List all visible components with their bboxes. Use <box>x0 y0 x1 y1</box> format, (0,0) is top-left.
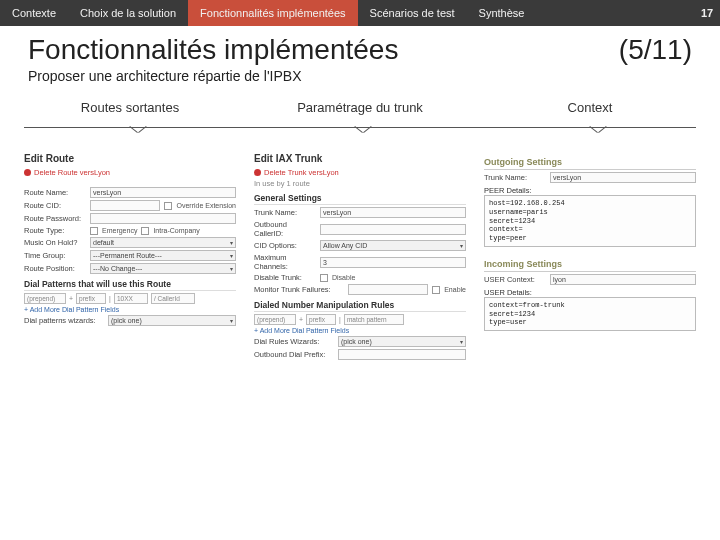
user-details-textarea[interactable]: context=from-trunk secret=1234 type=user <box>484 297 696 331</box>
delete-route-link[interactable]: Delete Route versLyon <box>24 168 236 177</box>
out-dial-prefix-label: Outbound Dial Prefix: <box>254 350 334 359</box>
context-panel: Outgoing Settings Trunk Name:versLyon PE… <box>484 153 696 331</box>
time-group-label: Time Group: <box>24 251 86 260</box>
monitor-label: Monitor Trunk Failures: <box>254 285 344 294</box>
override-label: Override Extension <box>176 202 236 209</box>
route-pw-input[interactable] <box>90 213 236 224</box>
moh-label: Music On Hold? <box>24 238 86 247</box>
chevron-down-icon: ▾ <box>230 317 233 324</box>
emergency-label: Emergency <box>102 227 137 234</box>
chevron-down-icon <box>590 126 606 136</box>
delete-icon <box>254 169 261 176</box>
chevron-down-icon <box>130 126 146 136</box>
col-label-routes: Routes sortantes <box>81 100 179 127</box>
trunk-name-input[interactable]: versLyon <box>320 207 466 218</box>
page-subtitle: Proposer une architecture répartie de l'… <box>0 68 720 94</box>
chevron-down-icon <box>355 126 371 136</box>
override-checkbox[interactable] <box>164 202 172 210</box>
trunk-panel: Edit IAX Trunk Delete Trunk versLyon In … <box>254 153 466 360</box>
max-channels-input[interactable]: 3 <box>320 257 466 268</box>
peer-details-textarea[interactable]: host=192.168.0.254 username=paris secret… <box>484 195 696 247</box>
disable-text: Disable <box>332 274 355 281</box>
chevron-down-icon: ▾ <box>230 265 233 272</box>
emergency-checkbox[interactable] <box>90 227 98 235</box>
prefix-input[interactable]: prefix <box>76 293 106 304</box>
pattern-input[interactable]: 10XX <box>114 293 148 304</box>
delete-trunk-label: Delete Trunk versLyon <box>264 168 339 177</box>
monitor-input[interactable] <box>348 284 428 295</box>
chevron-down-icon: ▾ <box>460 242 463 249</box>
route-cid-label: Route CID: <box>24 201 86 210</box>
delete-icon <box>24 169 31 176</box>
nav-synthese[interactable]: Synthèse <box>467 0 537 26</box>
manip-row: (prepend) + prefix | match pattern <box>254 314 466 325</box>
slide-counter: (5/11) <box>619 34 692 66</box>
intra-label: Intra-Company <box>153 227 199 234</box>
incoming-settings-head: Incoming Settings <box>484 257 696 272</box>
nav-choix[interactable]: Choix de la solution <box>68 0 188 26</box>
user-context-label: USER Context: <box>484 275 546 284</box>
nav-fonctionnalites[interactable]: Fonctionnalités implémentées <box>188 0 358 26</box>
inuse-label: In use by 1 route <box>254 179 466 188</box>
col-label-trunk: Paramétrage du trunk <box>297 100 423 127</box>
general-settings-head: General Settings <box>254 193 466 205</box>
routes-head: Edit Route <box>24 153 236 164</box>
routes-panel: Edit Route Delete Route versLyon Route N… <box>24 153 236 326</box>
route-name-label: Route Name: <box>24 188 86 197</box>
chevron-down-icon: ▾ <box>460 338 463 345</box>
trunk-head: Edit IAX Trunk <box>254 153 466 164</box>
manip-head: Dialed Number Manipulation Rules <box>254 300 466 312</box>
moh-select[interactable]: default▾ <box>90 237 236 248</box>
page-title: Fonctionnalités implémentées <box>28 34 398 66</box>
column-labels: Routes sortantes Paramétrage du trunk Co… <box>0 94 720 127</box>
user-context-input[interactable]: lyon <box>550 274 696 285</box>
delete-trunk-link[interactable]: Delete Trunk versLyon <box>254 168 466 177</box>
dial-rules-wiz-select[interactable]: (pick one)▾ <box>338 336 466 347</box>
panels-row: Edit Route Delete Route versLyon Route N… <box>0 141 720 360</box>
page-number: 17 <box>694 0 720 26</box>
dial-patterns-head: Dial Patterns that will use this Route <box>24 279 236 291</box>
chevron-down-icon: ▾ <box>230 252 233 259</box>
intra-checkbox[interactable] <box>141 227 149 235</box>
cid-options-select[interactable]: Allow Any CID▾ <box>320 240 466 251</box>
route-pw-label: Route Password: <box>24 214 86 223</box>
delete-route-label: Delete Route versLyon <box>34 168 110 177</box>
out-trunk-name-input[interactable]: versLyon <box>550 172 696 183</box>
peer-details-label: PEER Details: <box>484 186 696 195</box>
enable-text: Enable <box>444 286 466 293</box>
add-more-patterns-link[interactable]: + Add More Dial Pattern Fields <box>24 306 236 313</box>
time-group-select[interactable]: ---Permanent Route---▾ <box>90 250 236 261</box>
manip-pattern-input[interactable]: match pattern <box>344 314 404 325</box>
title-block: Fonctionnalités implémentées (5/11) <box>0 26 720 68</box>
route-pos-label: Route Position: <box>24 264 86 273</box>
cid-options-label: CID Options: <box>254 241 316 250</box>
trunk-name-label: Trunk Name: <box>254 208 316 217</box>
dial-rules-wiz-label: Dial Rules Wizards: <box>254 337 334 346</box>
out-dial-prefix-input[interactable] <box>338 349 466 360</box>
nav-contexte[interactable]: Contexte <box>0 0 68 26</box>
out-trunk-name-label: Trunk Name: <box>484 173 546 182</box>
manip-prefix-input[interactable]: prefix <box>306 314 336 325</box>
prepend-input[interactable]: (prepend) <box>24 293 66 304</box>
divider <box>0 127 720 141</box>
route-cid-input[interactable] <box>90 200 160 211</box>
monitor-checkbox[interactable] <box>432 286 440 294</box>
user-details-label: USER Details: <box>484 288 696 297</box>
dial-pattern-row: (prepend) + prefix | 10XX / CallerId <box>24 293 236 304</box>
top-nav: Contexte Choix de la solution Fonctionna… <box>0 0 720 26</box>
route-name-input[interactable]: versLyon <box>90 187 236 198</box>
wizards-label: Dial patterns wizards: <box>24 316 104 325</box>
max-channels-label: Maximum Channels: <box>254 253 316 271</box>
callerid-input[interactable]: / CallerId <box>151 293 195 304</box>
disable-trunk-checkbox[interactable] <box>320 274 328 282</box>
add-more-manip-link[interactable]: + Add More Dial Pattern Fields <box>254 327 466 334</box>
wizards-select[interactable]: (pick one)▾ <box>108 315 236 326</box>
out-cid-input[interactable] <box>320 224 466 235</box>
disable-trunk-label: Disable Trunk: <box>254 273 316 282</box>
chevron-down-icon: ▾ <box>230 239 233 246</box>
col-label-context: Context <box>568 100 613 127</box>
route-type-label: Route Type: <box>24 226 86 235</box>
route-pos-select[interactable]: ---No Change---▾ <box>90 263 236 274</box>
nav-scenarios[interactable]: Scénarios de test <box>358 0 467 26</box>
manip-prepend-input[interactable]: (prepend) <box>254 314 296 325</box>
